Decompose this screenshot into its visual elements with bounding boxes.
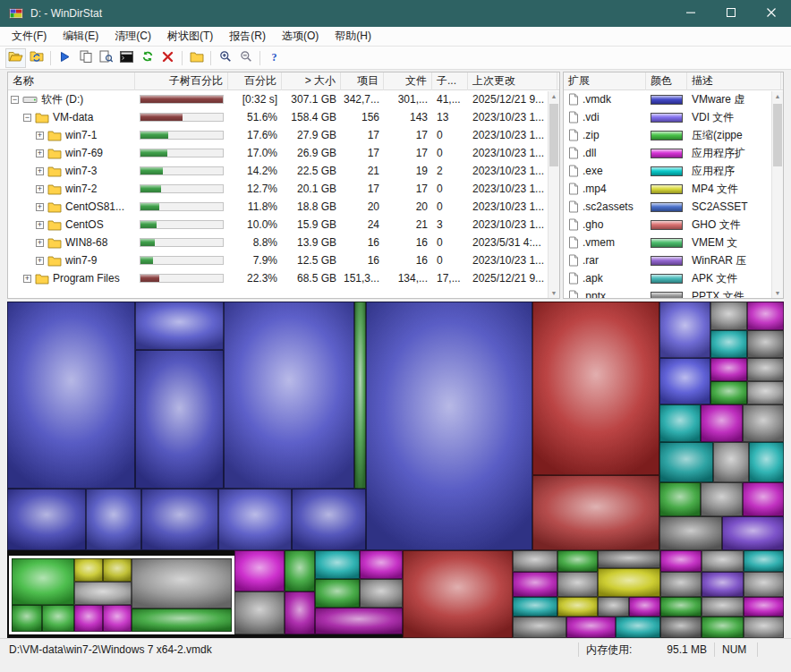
scroll-up-icon[interactable]: ▲	[772, 93, 783, 99]
expand-icon[interactable]: +	[36, 239, 44, 247]
help-button[interactable]: ?	[264, 48, 285, 68]
treemap-block[interactable]	[702, 550, 744, 572]
menu-item-3[interactable]: 树状图(T)	[159, 27, 221, 46]
tree-row[interactable]: −VM-data51.6%158.4 GB156143132023/10/23 …	[8, 108, 559, 126]
treemap-block[interactable]	[12, 558, 74, 605]
tree-row[interactable]: +Program Files22.3%68.5 GB151,3...134,..…	[8, 269, 559, 287]
treemap-block[interactable]	[598, 597, 629, 617]
treemap-block[interactable]	[598, 568, 660, 597]
treemap-block[interactable]	[141, 489, 218, 550]
column-header[interactable]: 子...	[432, 72, 468, 90]
column-header[interactable]: 上次更改	[468, 72, 557, 90]
tree-scrollbar[interactable]: ▲ ▼	[548, 91, 559, 298]
tree-row[interactable]: −软件 (D:)[0:32 s]307.1 GB342,7...301,...4…	[8, 90, 559, 108]
treemap-block[interactable]	[659, 404, 701, 442]
treemap-block[interactable]	[598, 550, 660, 568]
menu-item-0[interactable]: 文件(F)	[4, 27, 55, 46]
expand-icon[interactable]: +	[23, 275, 31, 283]
extension-row[interactable]: .ghoGHO 文件	[564, 216, 783, 234]
treemap-block[interactable]	[532, 302, 659, 475]
scroll-down-icon[interactable]: ▼	[772, 290, 783, 296]
extension-row[interactable]: .zip压缩(zippe	[564, 126, 783, 144]
expand-icon[interactable]: +	[36, 203, 44, 211]
zoom-out-button[interactable]	[235, 48, 256, 68]
treemap-block[interactable]	[74, 582, 132, 605]
treemap-block[interactable]	[360, 550, 403, 579]
treemap-block[interactable]	[513, 617, 566, 638]
collapse-icon[interactable]: −	[11, 96, 19, 104]
expand-icon[interactable]: +	[36, 221, 44, 229]
extension-row[interactable]: .sc2assetsSC2ASSET	[564, 198, 783, 216]
treemap-block[interactable]	[135, 350, 224, 489]
treemap-block[interactable]	[743, 404, 784, 442]
treemap-block[interactable]	[557, 550, 598, 572]
extension-row[interactable]: .mp4MP4 文件	[564, 180, 783, 198]
treemap-block[interactable]	[12, 605, 42, 632]
treemap-block[interactable]	[660, 617, 702, 638]
treemap-block[interactable]	[132, 608, 232, 632]
treemap-block[interactable]	[234, 591, 285, 634]
treemap-block[interactable]	[315, 608, 403, 634]
treemap-block[interactable]	[744, 617, 784, 638]
treemap-block[interactable]	[701, 404, 743, 442]
treemap-block[interactable]	[557, 572, 598, 597]
treemap-block[interactable]	[315, 550, 360, 579]
tree-row[interactable]: +win7-6917.0%26.9 GB171702023/10/23 1...	[8, 144, 559, 162]
extension-row[interactable]: .apkAPK 文件	[564, 269, 783, 287]
treemap-block[interactable]	[74, 605, 103, 632]
title-bar[interactable]: D: - WinDirStat	[0, 0, 791, 27]
treemap-block[interactable]	[42, 605, 74, 632]
close-button[interactable]	[751, 0, 791, 27]
treemap-block[interactable]	[366, 302, 532, 550]
treemap-block[interactable]	[722, 516, 784, 550]
treemap-block[interactable]	[103, 605, 132, 632]
treemap[interactable]	[7, 302, 784, 638]
treemap-block[interactable]	[135, 302, 224, 350]
treemap-block[interactable]	[513, 572, 557, 597]
extension-row[interactable]: .vdiVDI 文件	[564, 108, 783, 126]
expand-icon[interactable]: +	[36, 132, 44, 140]
treemap-block[interactable]	[701, 482, 743, 516]
treemap-block[interactable]	[234, 550, 285, 591]
preview-button[interactable]	[96, 48, 116, 68]
treemap-block[interactable]	[702, 597, 744, 617]
treemap-block[interactable]	[744, 550, 784, 572]
treemap-block[interactable]	[629, 597, 660, 617]
treemap-block[interactable]	[360, 579, 403, 608]
treemap-block[interactable]	[103, 558, 132, 582]
treemap-block[interactable]	[747, 302, 784, 330]
open-folder-button[interactable]	[5, 48, 26, 68]
treemap-block[interactable]	[659, 358, 710, 404]
treemap-block[interactable]	[616, 617, 660, 638]
treemap-block[interactable]	[747, 330, 784, 358]
column-header[interactable]: 名称	[8, 72, 135, 90]
extension-row[interactable]: .rarWinRAR 压	[564, 251, 783, 269]
treemap-block[interactable]	[744, 597, 784, 617]
zoom-in-button[interactable]	[215, 48, 235, 68]
treemap-block[interactable]	[354, 302, 366, 489]
scroll-thumb[interactable]	[549, 104, 558, 166]
tree-row[interactable]: +win7-314.2%22.5 GB211922023/10/23 1...	[8, 162, 559, 180]
tree-row[interactable]: +WIN8-688.8%13.9 GB161602023/5/31 4:...	[8, 234, 559, 251]
maximize-button[interactable]	[710, 0, 751, 27]
extension-scrollbar[interactable]: ▲ ▼	[771, 91, 783, 298]
folder-button[interactable]	[186, 48, 207, 68]
column-header[interactable]: 扩展	[564, 72, 646, 90]
refresh-button[interactable]	[137, 48, 157, 68]
treemap-block[interactable]	[7, 489, 86, 550]
menu-item-4[interactable]: 报告(R)	[221, 27, 274, 46]
treemap-block[interactable]	[744, 572, 784, 597]
treemap-block[interactable]	[403, 550, 513, 638]
treemap-block[interactable]	[513, 550, 557, 572]
treemap-block[interactable]	[659, 516, 722, 550]
menu-item-5[interactable]: 选项(O)	[274, 27, 327, 46]
treemap-block[interactable]	[566, 617, 616, 638]
treemap-block[interactable]	[747, 381, 784, 404]
expand-icon[interactable]: +	[36, 149, 44, 157]
menu-item-2[interactable]: 清理(C)	[106, 27, 159, 46]
refresh-folder-button[interactable]	[26, 48, 47, 68]
scroll-down-icon[interactable]: ▼	[549, 290, 559, 296]
treemap-block[interactable]	[660, 550, 702, 572]
treemap-block[interactable]	[285, 550, 315, 591]
scroll-thumb[interactable]	[773, 104, 782, 166]
